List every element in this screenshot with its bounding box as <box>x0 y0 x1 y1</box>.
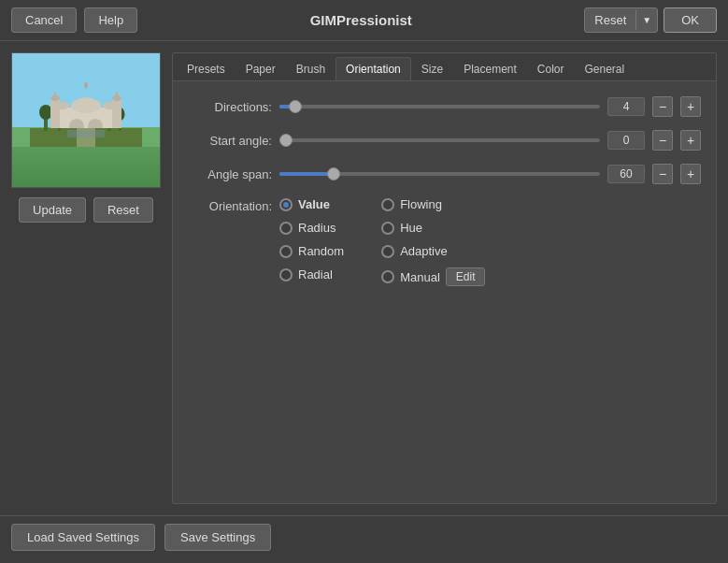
ok-button[interactable]: OK <box>664 7 717 33</box>
window-title: GIMPressionist <box>310 12 412 28</box>
radio-adaptive-circle <box>381 245 394 258</box>
orientation-col2: Flowing Hue Adaptive <box>381 197 485 286</box>
directions-row: Directions: − + <box>188 96 701 117</box>
start-angle-decrement-button[interactable]: − <box>652 130 673 151</box>
directions-increment-button[interactable]: + <box>680 96 701 117</box>
dropdown-arrow-icon: ▼ <box>635 10 657 30</box>
radio-random[interactable]: Random <box>279 244 344 258</box>
radio-value[interactable]: Value <box>279 197 344 211</box>
start-angle-thumb[interactable] <box>279 134 293 147</box>
directions-decrement-button[interactable]: − <box>652 96 673 117</box>
orientation-col1: Value Radius Random Radial <box>279 197 344 286</box>
radio-flowing[interactable]: Flowing <box>381 197 485 211</box>
save-settings-button[interactable]: Save Settings <box>164 524 271 551</box>
svg-point-17 <box>84 82 88 88</box>
start-angle-slider[interactable] <box>279 138 600 142</box>
taj-mahal-svg <box>30 72 142 147</box>
right-panel: Presets Paper Brush Orientation Size Pla… <box>172 52 717 504</box>
radio-hue[interactable]: Hue <box>381 221 485 235</box>
angle-span-slider[interactable] <box>279 172 600 176</box>
tab-orientation[interactable]: Orientation <box>335 57 411 80</box>
preview-reset-button[interactable]: Reset <box>93 197 153 223</box>
radio-value-label: Value <box>298 197 330 211</box>
start-angle-value[interactable] <box>607 131 645 150</box>
radio-value-circle <box>279 198 293 211</box>
svg-rect-12 <box>112 98 121 128</box>
radio-manual-circle <box>381 270 394 283</box>
bottom-bar: Load Saved Settings Save Settings <box>0 515 728 558</box>
main-content: Update Reset Presets Paper Brush Orienta… <box>0 41 728 515</box>
radio-radius[interactable]: Radius <box>279 221 344 235</box>
angle-span-row: Angle span: − + <box>188 164 701 184</box>
directions-thumb[interactable] <box>289 100 302 113</box>
radio-flowing-circle <box>381 198 394 211</box>
cancel-button[interactable]: Cancel <box>11 7 77 33</box>
start-angle-increment-button[interactable]: + <box>680 130 701 151</box>
directions-value[interactable] <box>607 97 645 116</box>
radio-hue-label: Hue <box>400 221 422 235</box>
orientation-tab-content: Directions: − + Start angle: − + <box>173 81 716 503</box>
preview-image <box>11 52 161 188</box>
angle-span-increment-button[interactable]: + <box>680 164 701 184</box>
radio-flowing-label: Flowing <box>400 197 442 211</box>
tab-general[interactable]: General <box>575 57 635 80</box>
help-button[interactable]: Help <box>84 7 137 33</box>
angle-span-fill <box>279 172 334 176</box>
reset-dropdown-button[interactable]: Reset ▼ <box>584 7 658 33</box>
radio-radial-label: Radial <box>298 267 333 282</box>
left-buttons: Update Reset <box>19 197 153 223</box>
radio-radius-circle <box>279 222 293 235</box>
radio-radial[interactable]: Radial <box>279 267 344 282</box>
tab-color[interactable]: Color <box>527 57 575 80</box>
tabs: Presets Paper Brush Orientation Size Pla… <box>173 53 716 81</box>
start-angle-row: Start angle: − + <box>188 130 701 151</box>
start-angle-label: Start angle: <box>188 134 272 148</box>
manual-row: Manual Edit <box>381 267 485 286</box>
orientation-label: Orientation: <box>188 197 272 213</box>
orientation-row: Orientation: Value Radius <box>188 197 701 286</box>
reset-label: Reset <box>585 8 635 32</box>
svg-rect-20 <box>67 130 105 137</box>
radio-manual[interactable]: Manual <box>381 270 440 284</box>
tab-presets[interactable]: Presets <box>177 57 236 80</box>
tab-brush[interactable]: Brush <box>286 57 335 80</box>
radio-adaptive-label: Adaptive <box>400 244 448 258</box>
angle-span-decrement-button[interactable]: − <box>652 164 673 184</box>
tab-size[interactable]: Size <box>411 57 453 80</box>
directions-slider[interactable] <box>279 105 600 108</box>
tab-paper[interactable]: Paper <box>236 57 286 80</box>
top-bar-right: Reset ▼ OK <box>584 7 717 33</box>
load-saved-settings-button[interactable]: Load Saved Settings <box>11 524 155 551</box>
radio-radial-circle <box>279 268 293 282</box>
edit-button[interactable]: Edit <box>446 267 486 286</box>
left-panel: Update Reset <box>11 52 161 504</box>
svg-point-3 <box>39 105 52 120</box>
angle-span-thumb[interactable] <box>327 167 340 180</box>
radio-random-label: Random <box>298 244 344 258</box>
radio-manual-label: Manual <box>400 270 440 284</box>
svg-rect-11 <box>50 98 60 128</box>
radio-random-circle <box>279 245 293 258</box>
top-bar: Cancel Help GIMPressionist Reset ▼ OK <box>0 0 728 41</box>
angle-span-label: Angle span: <box>188 167 272 181</box>
tab-placement[interactable]: Placement <box>453 57 527 80</box>
orientation-options: Value Radius Random Radial <box>279 197 485 286</box>
radio-adaptive[interactable]: Adaptive <box>381 244 485 258</box>
directions-label: Directions: <box>188 100 272 114</box>
radio-hue-circle <box>381 222 394 235</box>
update-button[interactable]: Update <box>19 197 86 223</box>
radio-radius-label: Radius <box>298 221 335 235</box>
angle-span-value[interactable] <box>607 165 645 183</box>
top-bar-left: Cancel Help <box>11 7 137 33</box>
